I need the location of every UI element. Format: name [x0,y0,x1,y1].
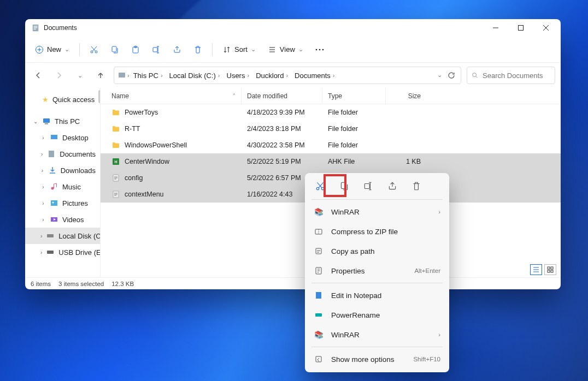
close-button[interactable] [533,19,558,37]
more-button[interactable] [310,40,330,59]
more-options-icon [314,354,324,364]
ctx-share-button[interactable] [386,180,399,193]
sidebar-item-pictures[interactable]: ›Pictures [25,195,100,211]
pictures-icon [50,199,58,207]
sidebar-item-downloads[interactable]: ›Downloads [25,162,100,178]
ctx-edit-notepad[interactable]: Edit in Notepad [308,285,446,305]
file-date: 1/16/2022 4:43 [247,190,292,198]
ctx-compress-zip[interactable]: Compress to ZIP file [308,222,446,241]
ctx-copy-path[interactable]: Copy as path [308,241,446,261]
svg-rect-11 [153,47,157,52]
ctx-show-more[interactable]: Show more optionsShift+F10 [308,349,446,369]
minimize-button[interactable] [483,19,508,37]
breadcrumb[interactable]: Users› [224,67,252,84]
sidebar-item-usb-drive[interactable]: ›USB Drive (E:) [25,244,100,260]
share-icon [387,181,397,191]
ctx-winrar[interactable]: 📚WinRAR› [308,325,446,344]
svg-rect-4 [519,26,524,31]
ctx-copy-button[interactable] [338,180,351,193]
ctx-cut-button[interactable] [314,180,327,193]
svg-point-7 [95,51,97,53]
ctx-properties[interactable]: PropertiesAlt+Enter [308,261,446,281]
sidebar-item-local-disk[interactable]: ›Local Disk (C:) [25,228,100,244]
sidebar-item-videos[interactable]: ›Videos [25,211,100,228]
svg-rect-15 [119,73,125,78]
desktop-icon [50,133,58,142]
file-name: R-TT [125,125,140,133]
file-name: contextMenu [125,190,164,198]
breadcrumb[interactable]: This PC› [131,67,166,84]
sidebar-item-desktop[interactable]: ›Desktop [25,129,100,146]
ctx-rename-button[interactable] [362,180,375,193]
context-menu: 📚WinRAR› Compress to ZIP file Copy as pa… [305,173,449,372]
share-button[interactable] [167,40,187,59]
svg-rect-26 [47,251,54,254]
file-name: config [125,174,143,182]
new-button[interactable]: New ⌄ [30,40,75,59]
column-header-name[interactable]: Name˄ [101,88,242,104]
sidebar-this-pc[interactable]: ⌄This PC [25,113,100,129]
file-row[interactable]: WindowsPowerShell4/30/2022 3:58 PMFile f… [101,137,561,153]
paste-button[interactable] [126,40,145,59]
ctx-delete-button[interactable] [410,180,423,193]
search-box[interactable] [467,67,555,84]
svg-rect-32 [551,267,553,269]
maximize-button[interactable] [508,19,533,37]
address-row: ⌄ › This PC› Local Disk (C:)› Users› Duc… [25,63,561,88]
file-date: 4/18/2023 9:39 PM [247,109,305,116]
scissors-icon [315,181,325,191]
icons-view-button[interactable] [544,264,556,275]
cut-button[interactable] [84,40,104,59]
powerrename-icon [314,310,324,320]
svg-rect-22 [51,200,57,206]
column-header-type[interactable]: Type [322,88,386,104]
address-bar[interactable]: › This PC› Local Disk (C:)› Users› Duckl… [114,67,461,84]
chevron-down-icon[interactable]: ⌄ [437,72,442,79]
books-icon: 📚 [314,207,324,217]
file-row[interactable]: R-TT2/4/2023 8:18 PMFile folder [101,121,561,137]
svg-point-35 [316,187,319,190]
search-input[interactable] [483,72,550,80]
rename-button[interactable] [146,40,166,59]
svg-point-23 [52,202,54,204]
details-view-button[interactable] [530,264,542,275]
sidebar-item-documents[interactable]: ›Documents [25,146,100,162]
titlebar[interactable]: Documents [25,19,561,37]
file-name: CenterWindow [125,158,169,165]
file-row[interactable]: PowerToys4/18/2023 9:39 PMFile folder [101,104,561,121]
sidebar-quick-access[interactable]: ★Quick access [25,91,100,108]
column-header-size[interactable]: Size [386,88,426,104]
svg-point-12 [316,49,317,50]
svg-point-6 [91,51,93,53]
recent-button[interactable]: ⌄ [72,68,87,83]
breadcrumb[interactable]: Ducklord› [253,67,291,84]
ctx-powerrename[interactable]: PowerRename [308,305,446,325]
svg-point-16 [473,73,477,77]
file-type: File folder [328,141,358,149]
svg-rect-18 [45,123,48,124]
notepad-icon [314,290,324,300]
breadcrumb[interactable]: Local Disk (C:)› [167,67,223,84]
sidebar: ★Quick access ⌄This PC ›Desktop ›Documen… [25,88,101,277]
rename-icon [363,181,373,191]
scissors-icon [90,45,98,54]
chevron-right-icon: › [438,209,440,215]
copy-button[interactable] [105,40,125,59]
column-header-date[interactable]: Date modified [242,88,322,104]
back-button[interactable] [31,68,46,83]
forward-button[interactable] [51,68,67,83]
ctx-winrar-submenu[interactable]: 📚WinRAR› [308,202,446,222]
svg-rect-20 [49,151,54,157]
file-row[interactable]: HCenterWindow5/2/2022 5:19 PMAHK File1 K… [101,153,561,170]
refresh-icon[interactable] [448,72,455,79]
svg-rect-42 [316,292,321,299]
sidebar-item-music[interactable]: ›Music [25,178,100,195]
breadcrumb[interactable]: Documents› [292,67,337,84]
view-button[interactable]: View ⌄ [262,40,309,59]
videos-icon [50,215,58,224]
svg-point-36 [321,187,324,190]
svg-rect-40 [316,248,321,254]
sort-button[interactable]: Sort ⌄ [217,40,261,59]
up-button[interactable] [93,68,108,83]
delete-button[interactable] [188,40,208,59]
